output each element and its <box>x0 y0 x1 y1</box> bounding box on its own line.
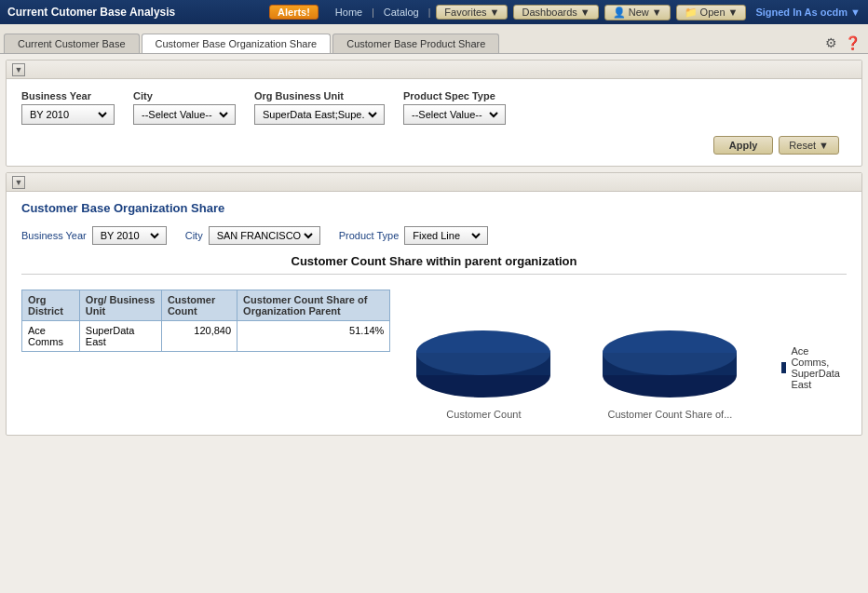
main-content: ▼ Business Year BY 2010 City --Selec <box>0 54 868 593</box>
analysis-filters: Business Year BY 2010 City SAN FRANCISCO… <box>7 221 861 254</box>
nav-links: Alerts! Home | Catalog | Favorites ▼ Das… <box>269 5 861 20</box>
filter-button-row: Apply Reset ▼ <box>21 136 847 155</box>
product-spec-type-label: Product Spec Type <box>403 90 506 101</box>
signed-in-label: Signed In As ocdm ▼ <box>755 7 861 18</box>
city-label: City <box>133 90 236 101</box>
org-business-unit-select[interactable]: SuperData East;Supe... <box>259 108 380 121</box>
legend-area: Ace Comms, SuperData East <box>781 290 847 390</box>
af-business-year: Business Year BY 2010 <box>21 226 167 245</box>
pie-chart-1 <box>409 290 558 401</box>
tab-actions: ⚙ ❓ <box>823 35 862 50</box>
product-spec-type-filter: Product Spec Type --Select Value-- <box>403 90 506 125</box>
filter-panel-body: Business Year BY 2010 City --Select Valu… <box>7 79 861 166</box>
af-product-type-label: Product Type <box>339 230 400 241</box>
tab-customer-base-product-share[interactable]: Customer Base Product Share <box>332 34 499 53</box>
cell-share: 51.14% <box>237 321 390 352</box>
af-business-year-select[interactable]: BY 2010 <box>97 229 162 242</box>
filter-panel-header: ▼ <box>7 61 861 79</box>
tab-help-button[interactable]: ❓ <box>843 35 862 50</box>
favorites-button[interactable]: Favorites ▼ <box>436 5 508 20</box>
table-row: Ace Comms SuperData East 120,840 51.14% <box>22 321 390 352</box>
col-org-business-unit: Org/ Business Unit <box>79 290 161 321</box>
business-year-select[interactable]: BY 2010 <box>26 108 110 121</box>
org-business-unit-filter: Org Business Unit SuperData East;Supe... <box>254 90 385 125</box>
filter-row: Business Year BY 2010 City --Select Valu… <box>21 90 847 125</box>
org-business-unit-select-wrapper: SuperData East;Supe... <box>254 104 385 125</box>
cell-org-district: Ace Comms <box>22 321 80 352</box>
business-year-filter: Business Year BY 2010 <box>21 90 115 125</box>
product-spec-type-select[interactable]: --Select Value-- <box>408 108 501 121</box>
af-business-year-select-wrapper: BY 2010 <box>92 226 167 245</box>
col-org-district: Org District <box>22 290 80 321</box>
tab-customer-base-org-share[interactable]: Customer Base Organization Share <box>142 34 332 53</box>
af-city-label: City <box>185 230 203 241</box>
analysis-panel: ▼ Customer Base Organization Share Busin… <box>6 172 862 436</box>
analysis-panel-header: ▼ <box>7 173 861 192</box>
af-product-type-select-wrapper: Fixed Line <box>404 226 488 245</box>
af-city-select[interactable]: SAN FRANCISCO <box>213 229 316 242</box>
chart2-label: Customer Count Share of... <box>607 409 732 420</box>
chart-content: Org District Org/ Business Unit Customer… <box>21 290 847 420</box>
legend-color-box <box>781 362 786 373</box>
dashboards-button[interactable]: Dashboards ▼ <box>513 5 598 20</box>
business-year-select-wrapper: BY 2010 <box>21 104 115 125</box>
top-nav: Current Cutomer Base Analysis Alerts! Ho… <box>0 0 868 24</box>
chart-section: Customer Count Share within parent organ… <box>7 254 861 435</box>
business-year-label: Business Year <box>21 90 115 101</box>
analysis-collapse-button[interactable]: ▼ <box>12 176 25 189</box>
af-product-type: Product Type Fixed Line <box>339 226 489 245</box>
af-city-select-wrapper: SAN FRANCISCO <box>209 226 320 245</box>
chart-customer-count: Customer Count <box>409 290 558 420</box>
org-business-unit-label: Org Business Unit <box>254 90 385 101</box>
pie-chart-2 <box>595 290 744 401</box>
analysis-title: Customer Base Organization Share <box>7 192 861 221</box>
tab-current-customer-base[interactable]: Current Customer Base <box>4 34 140 53</box>
legend-label: Ace Comms, SuperData East <box>791 345 847 390</box>
cell-org-business-unit: SuperData East <box>79 321 161 352</box>
new-button[interactable]: 👤 New ▼ <box>604 5 671 20</box>
catalog-link[interactable]: Catalog <box>376 5 427 20</box>
app-title: Current Cutomer Base Analysis <box>7 6 269 19</box>
af-city: City SAN FRANCISCO <box>185 226 320 245</box>
chart-main-title: Customer Count Share within parent organ… <box>21 254 847 275</box>
tab-bar: Current Customer Base Customer Base Orga… <box>0 24 868 54</box>
af-business-year-label: Business Year <box>21 230 87 241</box>
cell-customer-count: 120,840 <box>161 321 237 352</box>
col-share: Customer Count Share of Organization Par… <box>237 290 390 321</box>
user-menu[interactable]: ocdm <box>821 7 848 18</box>
city-select-wrapper: --Select Value-- <box>133 104 236 125</box>
tab-settings-button[interactable]: ⚙ <box>823 35 839 50</box>
reset-button[interactable]: Reset ▼ <box>779 136 839 155</box>
apply-button[interactable]: Apply <box>713 136 774 155</box>
col-customer-count: Customer Count <box>161 290 237 321</box>
home-link[interactable]: Home <box>328 5 370 20</box>
alerts-button[interactable]: Alerts! <box>269 5 319 20</box>
chart-customer-share: Customer Count Share of... <box>595 290 744 420</box>
af-product-type-select[interactable]: Fixed Line <box>409 229 483 242</box>
filter-panel: ▼ Business Year BY 2010 City --Selec <box>6 60 862 167</box>
legend-item: Ace Comms, SuperData East <box>781 345 847 390</box>
chart1-label: Customer Count <box>446 409 521 420</box>
charts-area: Customer Count <box>409 290 847 420</box>
city-select[interactable]: --Select Value-- <box>138 108 231 121</box>
data-table: Org District Org/ Business Unit Customer… <box>21 290 390 352</box>
product-spec-type-select-wrapper: --Select Value-- <box>403 104 506 125</box>
filter-collapse-button[interactable]: ▼ <box>12 63 25 76</box>
city-filter: City --Select Value-- <box>133 90 236 125</box>
open-button[interactable]: 📁 Open ▼ <box>676 5 747 20</box>
